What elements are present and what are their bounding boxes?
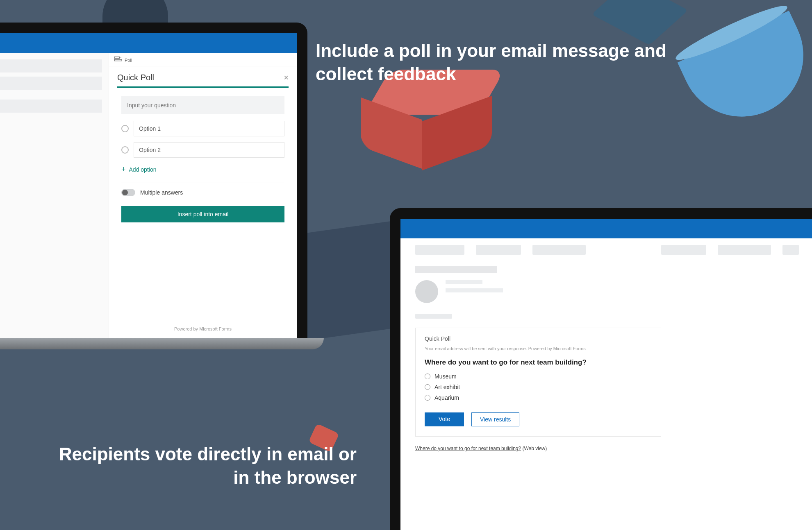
laptop-compose: Poll Quick Poll × + Add op xyxy=(0,23,307,338)
avatar xyxy=(415,280,438,303)
view-results-button[interactable]: View results xyxy=(471,412,519,426)
web-view-suffix: (Web view) xyxy=(521,446,547,451)
plus-icon: + xyxy=(121,165,126,174)
svg-rect-0 xyxy=(114,57,120,59)
radio-icon xyxy=(425,395,430,401)
poll-disclaimer: Your email address will be sent with you… xyxy=(425,346,652,351)
multiple-answers-label: Multiple answers xyxy=(140,189,183,196)
outlook-titlebar xyxy=(0,33,297,53)
headline-primary: Include a poll in your email message and… xyxy=(316,39,685,86)
radio-icon xyxy=(425,374,430,379)
subject-placeholder xyxy=(415,266,497,273)
insert-poll-button[interactable]: Insert poll into email xyxy=(121,206,284,222)
option-row xyxy=(121,142,284,158)
multiple-answers-toggle[interactable] xyxy=(121,189,135,196)
outlook-titlebar xyxy=(400,219,812,238)
poll-option[interactable]: Museum xyxy=(425,373,652,380)
headline-secondary: Recipients vote directly in email or in … xyxy=(45,442,357,489)
poll-option-label: Museum xyxy=(434,373,457,380)
option-row xyxy=(121,121,284,136)
poll-option-label: Aquarium xyxy=(434,394,459,401)
panel-title: Quick Poll xyxy=(117,73,154,82)
option-input-1[interactable] xyxy=(134,121,284,136)
close-icon[interactable]: × xyxy=(284,73,289,82)
bg-shape-prism xyxy=(591,0,688,45)
poll-icon[interactable] xyxy=(114,56,123,64)
laptop-base xyxy=(0,338,324,349)
poll-card: Quick Poll Your email address will be se… xyxy=(415,328,661,437)
web-view-link[interactable]: Where do you want to go for next team bu… xyxy=(415,446,521,451)
poll-question: Where do you want to go for next team bu… xyxy=(425,358,652,367)
bg-shape-half-circle xyxy=(678,11,812,137)
panel-accent-line xyxy=(117,86,289,88)
header-lines-placeholder xyxy=(446,280,799,297)
poll-card-title: Quick Poll xyxy=(425,335,652,342)
web-view-link-line: Where do you want to go for next team bu… xyxy=(415,446,799,451)
radio-icon xyxy=(425,384,430,390)
svg-rect-1 xyxy=(114,59,122,61)
quick-poll-panel: Poll Quick Poll × + Add op xyxy=(109,53,297,338)
poll-option[interactable]: Art exhibit xyxy=(425,384,652,390)
add-option-button[interactable]: + Add option xyxy=(121,165,284,174)
toolbar-placeholder xyxy=(400,238,812,261)
vote-button[interactable]: Vote xyxy=(425,412,464,426)
poll-option[interactable]: Aquarium xyxy=(425,394,652,401)
radio-icon xyxy=(121,125,129,132)
compose-left-placeholder xyxy=(0,53,109,338)
radio-icon xyxy=(121,146,129,154)
powered-by-text: Powered by Microsoft Forms xyxy=(109,314,297,338)
add-option-label: Add option xyxy=(129,166,157,173)
option-input-2[interactable] xyxy=(134,142,284,158)
poll-option-label: Art exhibit xyxy=(434,384,460,390)
divider xyxy=(121,183,284,183)
laptop-recipient: Quick Poll Your email address will be se… xyxy=(390,208,812,530)
question-input[interactable] xyxy=(121,96,284,114)
poll-icon-label: Poll xyxy=(125,58,132,63)
body-line-placeholder xyxy=(415,314,452,319)
